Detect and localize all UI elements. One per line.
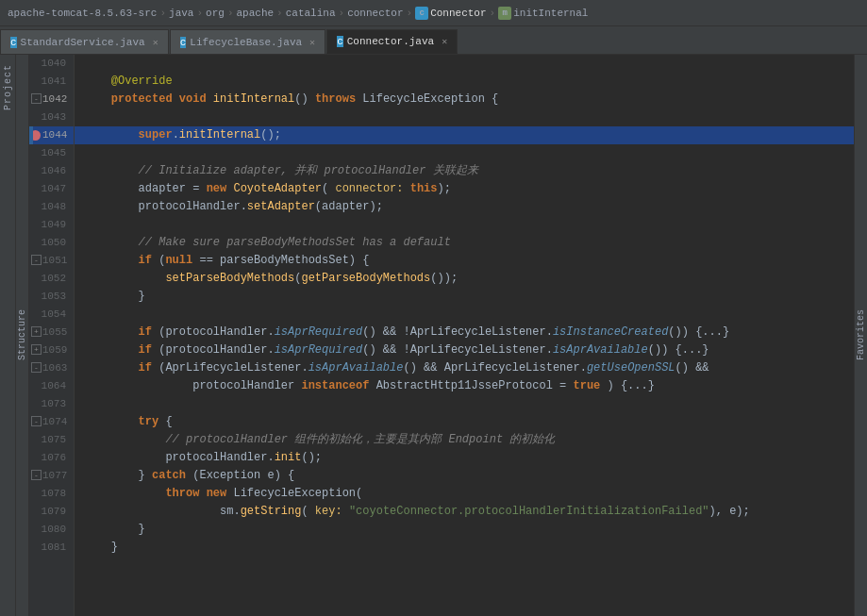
code-line-1053: } — [75, 288, 854, 306]
project-panel: Project — [0, 55, 16, 616]
fold-icon-1077[interactable]: - — [31, 470, 42, 480]
structure-label[interactable]: Structure — [17, 309, 27, 360]
line-num-1079: 1079 — [29, 503, 74, 521]
code-line-1054 — [75, 306, 854, 324]
tab-icon: c — [180, 37, 187, 48]
breadcrumb-class[interactable]: Connector — [430, 8, 486, 19]
structure-panel: Structure — [16, 55, 29, 616]
code-line-1064: protocolHandler instanceof AbstractHttp1… — [75, 377, 854, 395]
line-num-1080: 1080 — [29, 521, 74, 539]
breadcrumb-part[interactable]: org — [206, 8, 225, 19]
line-num-1047: 1047 — [29, 180, 74, 198]
line-num-1050: 1050 — [29, 234, 74, 252]
tab-label: LifecycleBase.java — [190, 37, 302, 48]
code-line-1050: // Make sure parseBodyMethodsSet has a d… — [75, 234, 854, 252]
fold-icon-1051[interactable]: - — [31, 255, 42, 265]
code-line-1041: @Override — [75, 73, 854, 91]
tab-icon: c — [10, 37, 17, 48]
tab-label: StandardService.java — [21, 37, 145, 48]
editor-area: 1040 1041 - 1042 1043 1044 1045 1046 104… — [29, 55, 854, 616]
project-label[interactable]: Project — [3, 64, 13, 110]
line-num-1064: 1064 — [29, 377, 74, 395]
code-line-1063: if (AprLifecycleListener.isAprAvailable(… — [75, 359, 854, 377]
code-line-1046: // Initialize adapter, 并和 protocolHandle… — [75, 162, 854, 180]
fold-icon-1063[interactable]: - — [31, 362, 42, 373]
line-num-1052: 1052 — [29, 270, 74, 288]
code-line-1052: setParseBodyMethods(getParseBodyMethods(… — [75, 270, 854, 288]
tab-close-button[interactable]: ✕ — [153, 37, 158, 48]
line-num-1075: 1075 — [29, 431, 74, 449]
line-num-1051: - 1051 — [29, 252, 74, 270]
code-line-1042: protected void initInternal() throws Lif… — [75, 91, 854, 108]
line-num-1049: 1049 — [29, 216, 74, 234]
line-num-1045: 1045 — [29, 144, 74, 162]
code-line-1081: } — [75, 539, 854, 557]
code-line-1047: adapter = new CoyoteAdapter( connector: … — [75, 180, 854, 198]
code-line-1079: sm.getString( key: "coyoteConnector.prot… — [75, 503, 854, 521]
line-num-1063: - 1063 — [29, 359, 74, 377]
main-container: Project Structure 1040 1041 - 1042 1043 … — [0, 55, 867, 616]
fold-icon-1042[interactable]: - — [31, 93, 42, 104]
tab-bar: c StandardService.java ✕ c LifecycleBase… — [0, 26, 867, 55]
breadcrumb-sep: › — [339, 8, 345, 19]
method-icon: m — [498, 7, 511, 20]
line-num-1044: 1044 — [29, 126, 74, 144]
breadcrumb-part[interactable]: java — [169, 8, 193, 19]
fold-icon-1055[interactable]: + — [31, 326, 42, 337]
code-line-1073 — [75, 395, 854, 413]
tab-standard-service[interactable]: c StandardService.java ✕ — [0, 29, 169, 54]
code-line-1044: super.initInternal(); — [75, 126, 854, 144]
code-line-1055: if (protocolHandler.isAprRequired() && !… — [75, 324, 854, 341]
breadcrumb-method[interactable]: initInternal — [513, 8, 588, 19]
line-num-1059: + 1059 — [29, 341, 74, 359]
line-num-1076: 1076 — [29, 449, 74, 467]
tab-icon: c — [337, 36, 343, 47]
line-num-1046: 1046 — [29, 162, 74, 180]
breadcrumb-sep: › — [227, 8, 234, 19]
code-line-1059: if (protocolHandler.isAprRequired() && !… — [75, 341, 854, 359]
code-line-1074: try { — [75, 413, 854, 431]
code-content[interactable]: @Override protected void initInternal() … — [75, 55, 854, 616]
line-num-1042: - 1042 — [29, 91, 74, 108]
line-num-1073: 1073 — [29, 395, 74, 413]
fold-icon-1074[interactable]: - — [31, 416, 42, 426]
tab-label: Connector.java — [347, 36, 434, 47]
breadcrumb: apache-tomcat-8.5.63-src › java › org › … — [0, 0, 867, 26]
code-line-1043 — [75, 108, 854, 126]
class-icon: c — [415, 7, 428, 20]
code-line-1051: if (null == parseBodyMethodsSet) { — [75, 252, 854, 270]
code-line-1045 — [75, 144, 854, 162]
line-num-1040: 1040 — [29, 55, 74, 73]
line-num-1043: 1043 — [29, 108, 74, 126]
line-num-1053: 1053 — [29, 288, 74, 306]
line-num-1077: - 1077 — [29, 467, 74, 485]
code-line-1080: } — [75, 521, 854, 539]
breadcrumb-sep: › — [196, 8, 203, 19]
tab-lifecycle-base[interactable]: c LifecycleBase.java ✕ — [170, 29, 325, 54]
code-line-1075: // protocolHandler 组件的初始化，主要是其内部 Endpoin… — [75, 431, 854, 449]
code-line-1048: protocolHandler.setAdapter(adapter); — [75, 198, 854, 216]
line-num-1074: - 1074 — [29, 413, 74, 431]
favorites-label[interactable]: Favorites — [856, 309, 866, 360]
line-numbers: 1040 1041 - 1042 1043 1044 1045 1046 104… — [29, 55, 75, 616]
breadcrumb-sep: › — [490, 8, 496, 19]
favorites-panel: Favorites — [854, 55, 867, 616]
line-num-1041: 1041 — [29, 73, 74, 91]
line-num-1054: 1054 — [29, 306, 74, 324]
code-line-1077: } catch (Exception e) { — [75, 467, 854, 485]
breadcrumb-part[interactable]: apache-tomcat-8.5.63-src — [8, 8, 157, 19]
line-num-1081: 1081 — [29, 539, 74, 557]
breadcrumb-part[interactable]: connector — [347, 8, 403, 19]
tab-close-button[interactable]: ✕ — [309, 37, 315, 48]
breadcrumb-sep: › — [159, 8, 166, 19]
code-line-1078: throw new LifecycleException( — [75, 485, 854, 503]
breadcrumb-part[interactable]: catalina — [286, 8, 336, 19]
breadcrumb-part[interactable]: apache — [236, 8, 274, 19]
breadcrumb-sep: › — [407, 8, 413, 19]
tab-close-button[interactable]: ✕ — [442, 36, 447, 47]
breadcrumb-sep: › — [276, 8, 283, 19]
fold-icon-1059[interactable]: + — [31, 344, 42, 355]
tab-connector[interactable]: c Connector.java ✕ — [326, 29, 458, 54]
line-num-1048: 1048 — [29, 198, 74, 216]
arrow-marker-1044 — [29, 126, 33, 144]
